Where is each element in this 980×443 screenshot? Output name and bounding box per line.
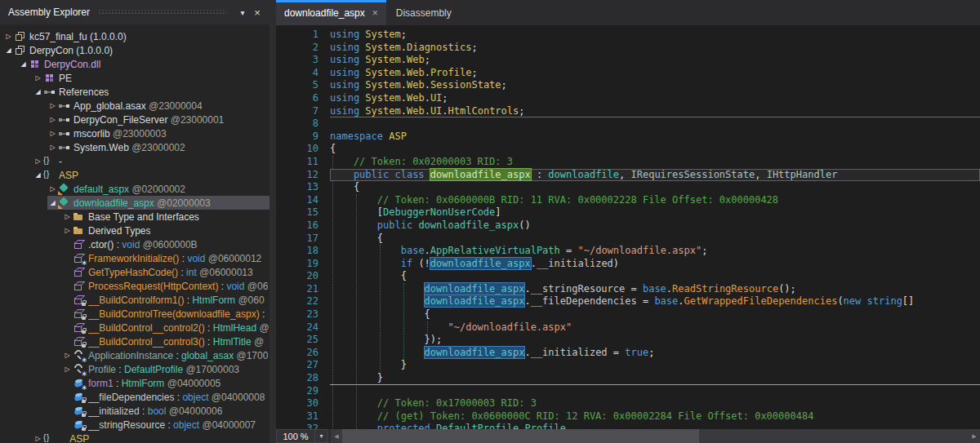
text-segment: UI <box>430 92 442 104</box>
pe-icon <box>43 72 56 84</box>
expander-collapsed-icon[interactable]: ▷ <box>33 154 43 168</box>
expander-collapsed-icon[interactable]: ▷ <box>47 182 58 196</box>
tree-item[interactable]: __stringResource : object @04000007 <box>0 418 270 432</box>
text-segment: : <box>260 308 265 320</box>
text-segment: DerpyCon (1.0.0.0) <box>29 45 113 56</box>
tree-item[interactable]: ▷∗ApplicationInstance : global_asax @170… <box>0 348 270 362</box>
tree-item[interactable]: ▷PE <box>0 71 270 85</box>
text-segment: ; <box>471 67 477 78</box>
text-segment: ( <box>837 295 843 307</box>
tree-item[interactable]: ◢References <box>0 85 270 99</box>
scroll-left-icon[interactable]: ◀ <box>331 433 342 440</box>
tree-item[interactable]: ▷∗Profile : DefaultProfile @17000003 <box>0 362 270 376</box>
tree-item[interactable]: ◢DerpyCon.dll <box>0 57 270 71</box>
expander-expanded-icon[interactable]: ◢ <box>3 43 14 57</box>
tree-item[interactable]: ▷System.Web @23000002 <box>0 140 270 154</box>
tree-item-content: ▷__ASP <box>33 432 270 443</box>
text-segment: // Token: 0x17000003 RID: 3 <box>330 397 537 409</box>
tree-item[interactable]: ▷DerpyCon_FileServer @23000001 <box>0 113 270 126</box>
expander-collapsed-icon[interactable]: ▷ <box>33 432 43 443</box>
tree-item[interactable]: __BuildControl__control3() : HtmlTitle @ <box>0 334 270 348</box>
tree-item-content: ▷Derived Types <box>62 224 270 237</box>
expander-expanded-icon[interactable]: ◢ <box>18 57 29 71</box>
expander-collapsed-icon[interactable]: ▷ <box>3 29 14 43</box>
expander-expanded-icon[interactable]: ◢ <box>47 196 58 210</box>
panel-menu-chevron-down-icon[interactable]: ▾ <box>235 8 250 17</box>
method-icon <box>73 238 85 250</box>
expander-collapsed-icon[interactable]: ▷ <box>47 99 58 113</box>
tree-item[interactable]: __BuildControl__control2() : HtmlHead @ <box>0 321 270 334</box>
text-segment: ; <box>648 347 654 358</box>
tree-item[interactable]: ▷- <box>0 154 270 168</box>
tree-item[interactable]: ▷Derived Types <box>0 224 270 237</box>
scroll-right-icon[interactable]: ▶ <box>969 433 980 440</box>
zoom-dropdown-chevron-down-icon[interactable]: ▾ <box>315 429 328 443</box>
code-line: 16 public downloadfile_aspx() <box>276 219 980 233</box>
panel-close-icon[interactable]: × <box>250 7 265 19</box>
text-segment: : <box>140 405 148 417</box>
text-segment: __fileDependencies <box>88 392 174 403</box>
code-line: 30 // Token: 0x17000003 RID: 3 <box>276 397 980 410</box>
horizontal-scrollbar[interactable]: ◀ ▶ <box>331 429 980 443</box>
expander-collapsed-icon[interactable]: ▷ <box>47 113 58 126</box>
text-segment: __initialized <box>537 258 613 269</box>
tree-item[interactable]: ▷App_global.asax @23000004 <box>0 99 270 113</box>
code-line: 6using System.Web.UI; <box>276 92 980 105</box>
line-content: "~/downloadfile.aspx" <box>330 321 980 334</box>
text-segment <box>330 245 401 256</box>
tree-item-content: ▷DerpyCon_FileServer @23000001 <box>47 113 270 126</box>
line-number: 17 <box>276 233 330 246</box>
line-content: // Token: 0x0600000B RID: 11 RVA: 0x0000… <box>330 194 980 207</box>
text-segment: __ASP <box>59 433 89 443</box>
tree-item[interactable]: ProcessRequest(HttpContext) : void @06 <box>0 279 270 293</box>
expander-expanded-icon[interactable]: ◢ <box>33 85 43 99</box>
text-segment: downloadfile_aspx <box>425 283 525 295</box>
tree-item[interactable]: __BuildControlTree(downloadfile_aspx) : <box>0 307 270 321</box>
expander-collapsed-icon[interactable]: ▷ <box>62 362 73 376</box>
tree-item[interactable]: __fileDependencies : object @04000008 <box>0 390 270 404</box>
tree-item[interactable]: ◢downloadfile_aspx @02000003 <box>0 196 270 210</box>
expander-collapsed-icon[interactable]: ▷ <box>62 348 73 362</box>
scrollbar-thumb[interactable] <box>342 429 699 443</box>
expander-expanded-icon[interactable]: ◢ <box>33 168 43 182</box>
expander-collapsed-icon[interactable]: ▷ <box>33 71 43 85</box>
zoom-level-dropdown[interactable]: 100 % <box>276 429 315 443</box>
tree-item-label: - <box>59 156 62 167</box>
tree-item[interactable]: ▷mscorlib @23000003 <box>0 126 270 140</box>
tree-item[interactable]: GetTypeHashCode() : int @06000013 <box>0 265 270 279</box>
class-icon <box>58 183 70 195</box>
tree-item[interactable]: ∗FrameworkInitialize() : void @06000012 <box>0 251 270 265</box>
tab-disassembly[interactable]: Disassembly <box>388 0 460 25</box>
text-segment: = <box>608 347 626 358</box>
method-icon <box>73 335 85 348</box>
line-content: public downloadfile_aspx() <box>330 219 980 233</box>
panel-drag-handle[interactable] <box>98 10 227 16</box>
tree-item[interactable]: ∗form1 : HtmlForm @04000005 <box>0 376 270 390</box>
tab-downloadfile-aspx[interactable]: downloadfile_aspx × <box>276 0 386 25</box>
tree-item-content: ▷- <box>33 154 270 168</box>
tree-item[interactable]: .ctor() : void @0600000B <box>0 237 270 251</box>
assembly-icon <box>14 44 26 56</box>
text-segment: ; <box>442 92 448 104</box>
tree-item-label: DerpyCon (1.0.0.0) <box>29 45 113 56</box>
text-segment: __stringResource <box>88 419 165 431</box>
tree-item[interactable]: __BuildControlform1() : HtmlForm @060 <box>0 293 270 307</box>
tree-item[interactable]: __initialized : bool @04000006 <box>0 404 270 418</box>
tree-item[interactable]: ▷default_aspx @02000002 <box>0 182 270 196</box>
tree-item[interactable]: ▷__ASP <box>0 432 270 443</box>
expander-collapsed-icon[interactable]: ▷ <box>62 210 73 224</box>
expander-collapsed-icon[interactable]: ▷ <box>62 224 73 237</box>
tree-item[interactable]: ◢ASP <box>0 168 270 182</box>
line-content <box>330 385 980 398</box>
tree-item[interactable]: ▷Base Type and Interfaces <box>0 210 270 224</box>
text-segment: ASP <box>59 170 78 181</box>
tree-item[interactable]: ▷kc57_final_fu (1.0.0.0) <box>0 29 270 43</box>
expander-collapsed-icon[interactable]: ▷ <box>47 140 58 154</box>
tree-item[interactable]: ◢DerpyCon (1.0.0.0) <box>0 43 270 57</box>
code-editor[interactable]: 1using System;2using System.Diagnostics;… <box>276 25 980 443</box>
line-number: 8 <box>276 117 330 131</box>
text-segment: @06000012 <box>205 253 261 264</box>
text-segment: DebuggerNonUserCode <box>383 206 495 218</box>
expander-collapsed-icon[interactable]: ▷ <box>47 126 58 140</box>
tab-close-icon[interactable]: × <box>372 8 378 18</box>
